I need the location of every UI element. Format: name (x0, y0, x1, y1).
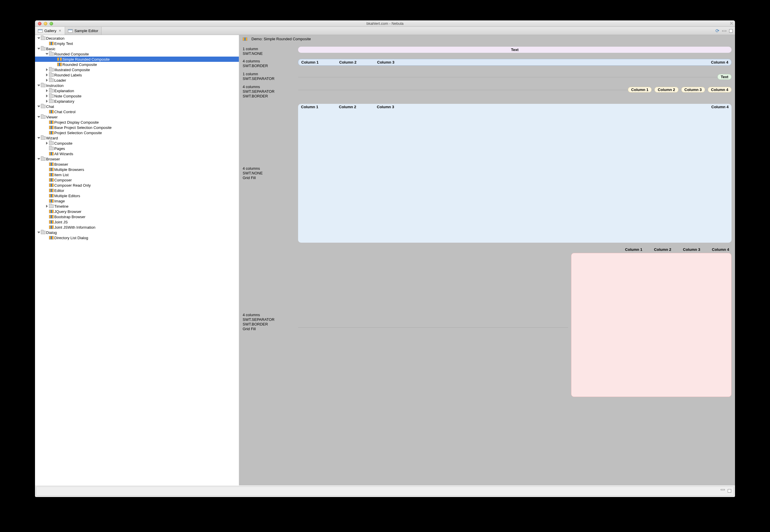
fullscreen-icon[interactable] (730, 22, 733, 25)
tree-item[interactable]: Explanatory (35, 99, 239, 104)
minimize-view-icon[interactable] (721, 489, 725, 490)
tree-item[interactable]: Explanation (35, 88, 239, 93)
disclosure-down-icon[interactable] (37, 157, 40, 160)
folder-icon (49, 94, 54, 98)
folder-icon (41, 84, 45, 87)
tree-item-label: Multiple Browsers (54, 167, 84, 172)
disclosure-right-icon[interactable] (45, 73, 48, 76)
tree-item[interactable]: Wizard (35, 135, 239, 141)
demo-row-label: SWT.SEPARATOR (243, 76, 298, 81)
tree-item[interactable]: Composer Read Only (35, 183, 239, 188)
tree-item[interactable]: Instruction (35, 83, 239, 88)
tree-item[interactable]: Chat (35, 104, 239, 109)
tree-item[interactable]: Joint JSWith Information (35, 225, 239, 230)
disclosure-down-icon[interactable] (37, 47, 40, 50)
minimize-view-icon[interactable] (722, 30, 726, 31)
disclosure-right-icon[interactable] (45, 205, 48, 208)
tree-item[interactable]: Rounded Composite (35, 51, 239, 57)
col-header: Column 2 (339, 60, 377, 64)
tree-item[interactable]: Project Selection Composite (35, 130, 239, 135)
tree-item[interactable]: Bootstrap Browser (35, 214, 239, 219)
tree-item[interactable]: Note Composite (35, 93, 239, 99)
tree-item-label: Viewer (46, 115, 58, 119)
folder-icon (49, 68, 54, 71)
tree-item-label: Rounded Composite (62, 62, 97, 67)
col-header: Column 3 (683, 247, 700, 252)
disclosure-right-icon[interactable] (45, 79, 48, 82)
tree-item[interactable]: Pages (35, 146, 239, 151)
close-window-button[interactable] (38, 22, 41, 25)
disclosure-right-icon[interactable] (45, 68, 48, 71)
tree-item-label: Multiple Editors (54, 194, 80, 198)
demo-leaf-icon (57, 63, 62, 66)
disclosure-right-icon[interactable] (45, 142, 48, 145)
tree-item[interactable]: Timeline (35, 204, 239, 209)
tab-close-icon[interactable]: ✕ (58, 29, 62, 33)
folder-icon (41, 115, 45, 119)
folder-icon (49, 73, 54, 77)
zoom-window-button[interactable] (50, 22, 53, 25)
tree-item-label: Rounded Composite (54, 52, 89, 56)
tree-item[interactable]: Viewer (35, 114, 239, 120)
tree-item[interactable]: Multiple Editors (35, 193, 239, 198)
tree-item[interactable]: Browser (35, 162, 239, 167)
tree-item[interactable]: Loader (35, 78, 239, 83)
disclosure-down-icon[interactable] (37, 37, 40, 40)
demo-row-label: Grid Fill (243, 327, 298, 331)
tab-label: Gallery (44, 29, 56, 33)
demo-leaf-icon (49, 215, 54, 218)
tree-item-label: Item List (54, 173, 69, 177)
tree-item[interactable]: Item List (35, 172, 239, 177)
tree-item[interactable]: Illustrated Composite (35, 67, 239, 72)
tree-item[interactable]: Multiple Browsers (35, 167, 239, 172)
disclosure-down-icon[interactable] (37, 231, 40, 234)
tree-item-label: Rounded Labels (54, 73, 82, 77)
tree-item[interactable]: Decoration (35, 36, 239, 41)
disclosure-right-icon[interactable] (45, 100, 48, 103)
disclosure-right-icon[interactable] (45, 95, 48, 97)
maximize-view-icon[interactable] (728, 489, 731, 493)
disclosure-down-icon[interactable] (37, 115, 40, 118)
tree-item[interactable]: Editor (35, 188, 239, 193)
demo-leaf-icon (49, 183, 54, 187)
tree-item[interactable]: Rounded Composite (35, 62, 239, 67)
tree-item[interactable]: Composer (35, 177, 239, 183)
refresh-icon[interactable]: ⟳ (715, 29, 719, 33)
tree-item[interactable]: Directory List Dialog (35, 235, 239, 240)
tree-item[interactable]: Basic (35, 46, 239, 51)
tab-sample-editor[interactable]: Sample Editor (65, 27, 101, 35)
tree-item[interactable]: All Wizards (35, 151, 239, 156)
disclosure-down-icon[interactable] (45, 53, 48, 55)
demo-leaf-icon (49, 194, 54, 197)
tree-item[interactable]: Empty Text (35, 41, 239, 46)
separator-line (298, 327, 568, 328)
tree-item[interactable]: Composite (35, 141, 239, 146)
demo-leaf-icon (49, 162, 54, 166)
disclosure-down-icon[interactable] (37, 105, 40, 108)
navigator-tree[interactable]: DecorationEmpty TextBasicRounded Composi… (35, 35, 239, 485)
tree-item[interactable]: Joint JS (35, 219, 239, 225)
demo-row-label: 4 columns (243, 166, 298, 171)
tree-item[interactable]: Base Project Selection Composite (35, 125, 239, 130)
maximize-view-icon[interactable] (729, 29, 733, 33)
status-bar (36, 487, 734, 496)
tree-item[interactable]: Chat Control (35, 109, 239, 114)
tree-item-label: Simple Rounded Composite (62, 57, 110, 62)
tab-gallery[interactable]: Gallery ✕ (35, 27, 65, 35)
tree-item-label: Composer Read Only (54, 183, 91, 188)
tree-item[interactable]: JQuery Browser (35, 209, 239, 214)
minimize-window-button[interactable] (44, 22, 47, 25)
tree-item[interactable]: Browser (35, 156, 239, 162)
tree-item-label: Directory List Dialog (54, 236, 88, 240)
disclosure-down-icon[interactable] (37, 137, 40, 139)
disclosure-down-icon[interactable] (37, 84, 40, 87)
tree-item[interactable]: Project Display Composite (35, 120, 239, 125)
tree-item[interactable]: Rounded Labels (35, 72, 239, 78)
tree-item-label: Base Project Selection Composite (54, 125, 112, 130)
tree-item[interactable]: Dialog (35, 230, 239, 235)
demo-row-label: SWT.SEPARATOR (243, 89, 298, 94)
tree-item[interactable]: Image (35, 198, 239, 204)
disclosure-right-icon[interactable] (45, 89, 48, 92)
demo-row-label: SWT.NONE (243, 171, 298, 176)
tree-item[interactable]: Simple Rounded Composite (35, 57, 239, 62)
